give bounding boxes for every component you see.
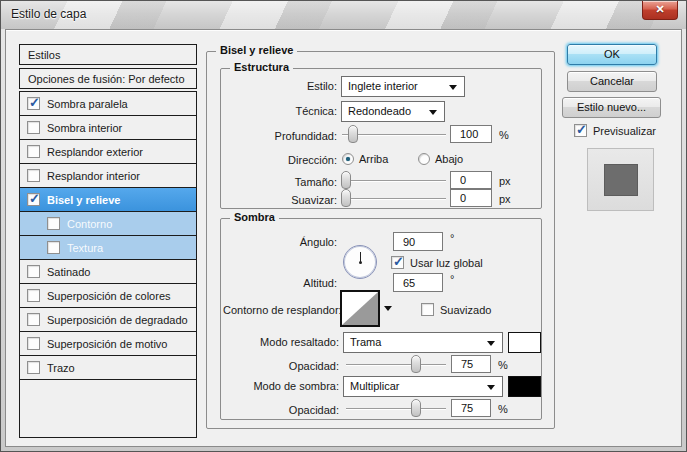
chevron-down-icon xyxy=(487,385,495,390)
direction-up-radio[interactable]: Arriba xyxy=(342,153,388,165)
blending-options-label: Opciones de fusión: Por defecto xyxy=(28,73,185,85)
styles-header[interactable]: Estilos xyxy=(19,44,197,65)
soften-slider[interactable] xyxy=(342,189,446,207)
style-list-item[interactable]: Bisel y relieve xyxy=(20,188,196,212)
style-list-item[interactable]: Resplandor interior xyxy=(20,164,196,188)
preview-checkbox[interactable]: Previsualizar xyxy=(574,124,656,137)
checkbox-icon[interactable] xyxy=(27,121,40,134)
close-button[interactable]: ✕ xyxy=(642,1,678,20)
shadow-mode-dropdown[interactable]: Multiplicar xyxy=(343,376,503,397)
structure-group: Estructura Estilo: Inglete interior Técn… xyxy=(220,68,542,209)
depth-slider[interactable] xyxy=(342,125,446,143)
style-item-label: Bisel y relieve xyxy=(47,194,120,206)
gloss-contour-swatch[interactable] xyxy=(340,290,380,327)
depth-input[interactable] xyxy=(450,125,492,143)
blending-options-row[interactable]: Opciones de fusión: Por defecto xyxy=(19,68,197,89)
highlight-mode-dropdown[interactable]: Trama xyxy=(343,332,503,353)
new-style-button[interactable]: Estilo nuevo... xyxy=(562,97,661,118)
anti-aliased-checkbox[interactable]: Suavizado xyxy=(421,303,491,316)
soften-label: Suavizar: xyxy=(223,194,337,206)
direction-down-radio[interactable]: Abajo xyxy=(418,153,463,165)
style-item-label: Contorno xyxy=(67,218,112,230)
layer-style-dialog: Estilo de capa ✕ Estilos Opciones de fus… xyxy=(0,0,687,452)
style-label: Estilo: xyxy=(223,80,337,92)
ok-button[interactable]: OK xyxy=(567,44,657,65)
style-list-item[interactable]: Textura xyxy=(20,236,196,260)
radio-icon xyxy=(342,153,354,165)
angle-input[interactable] xyxy=(393,232,443,251)
use-global-light-label: Usar luz global xyxy=(410,257,483,269)
style-list-item[interactable]: Contorno xyxy=(20,212,196,236)
checkbox-icon[interactable] xyxy=(27,145,40,158)
slider-thumb[interactable] xyxy=(348,125,358,143)
chevron-down-icon xyxy=(429,110,437,115)
radio-icon xyxy=(418,153,430,165)
checkbox-icon[interactable] xyxy=(27,193,40,206)
close-icon: ✕ xyxy=(655,3,664,15)
soften-input[interactable] xyxy=(450,189,492,207)
structure-group-title: Estructura xyxy=(230,61,293,73)
use-global-light-checkbox[interactable]: Usar luz global xyxy=(391,256,483,269)
shading-group-title: Sombra xyxy=(230,211,279,223)
technique-dropdown[interactable]: Redondeado xyxy=(341,101,445,122)
shadow-opacity-input[interactable] xyxy=(451,399,491,417)
shadow-opacity-label: Opacidad: xyxy=(225,404,339,416)
preview-label: Previsualizar xyxy=(593,125,656,137)
size-input[interactable] xyxy=(450,171,492,189)
highlight-opacity-slider[interactable] xyxy=(346,355,446,373)
checkbox-icon xyxy=(421,303,434,316)
slider-thumb[interactable] xyxy=(341,171,351,189)
slider-thumb[interactable] xyxy=(411,355,421,373)
shadow-opacity-slider[interactable] xyxy=(346,399,446,417)
slider-track xyxy=(346,408,446,409)
soften-unit: px xyxy=(499,193,511,205)
slider-thumb[interactable] xyxy=(411,399,421,417)
cancel-button[interactable]: Cancelar xyxy=(567,71,657,92)
bevel-emboss-group-title: Bisel y relieve xyxy=(216,44,297,56)
titlebar: Estilo de capa xyxy=(1,1,686,29)
angle-label: Ángulo: xyxy=(223,236,337,248)
checkbox-icon[interactable] xyxy=(27,289,40,302)
slider-track xyxy=(346,364,446,365)
style-list-item[interactable]: Superposición de degradado xyxy=(20,308,196,332)
style-item-label: Trazo xyxy=(47,362,75,374)
shadow-mode-value: Multiplicar xyxy=(350,380,400,392)
contour-chevron-down-icon[interactable] xyxy=(384,306,392,311)
shadow-color-swatch[interactable] xyxy=(508,376,541,397)
style-list-item[interactable]: Sombra paralela xyxy=(20,92,196,116)
style-item-label: Textura xyxy=(67,242,103,254)
checkbox-icon[interactable] xyxy=(27,169,40,182)
altitude-unit: ° xyxy=(450,273,454,285)
bevel-emboss-group: Bisel y relieve Estructura Estilo: Ingle… xyxy=(206,51,555,429)
slider-thumb[interactable] xyxy=(341,189,351,207)
style-item-label: Sombra paralela xyxy=(47,98,128,110)
style-list-item[interactable]: Superposición de motivo xyxy=(20,332,196,356)
checkbox-icon[interactable] xyxy=(27,265,40,278)
style-list-item[interactable]: Satinado xyxy=(20,260,196,284)
checkbox-icon[interactable] xyxy=(27,313,40,326)
style-list-item[interactable]: Trazo xyxy=(20,356,196,380)
anti-aliased-label: Suavizado xyxy=(440,304,491,316)
styles-header-label: Estilos xyxy=(28,49,60,61)
size-slider[interactable] xyxy=(342,171,446,189)
highlight-mode-label: Modo resaltado: xyxy=(225,336,339,348)
style-dropdown[interactable]: Inglete interior xyxy=(341,76,465,97)
style-item-label: Superposición de degradado xyxy=(47,314,188,326)
style-list-item[interactable]: Resplandor exterior xyxy=(20,140,196,164)
slider-track xyxy=(342,198,446,199)
shadow-opacity-unit: % xyxy=(498,403,508,415)
angle-dial[interactable] xyxy=(343,245,377,279)
checkbox-icon[interactable] xyxy=(27,97,40,110)
style-list-item[interactable]: Superposición de colores xyxy=(20,284,196,308)
checkbox-icon[interactable] xyxy=(27,337,40,350)
highlight-color-swatch[interactable] xyxy=(508,332,541,353)
checkbox-icon[interactable] xyxy=(47,217,60,230)
highlight-opacity-input[interactable] xyxy=(451,355,491,373)
style-list-item[interactable]: Sombra interior xyxy=(20,116,196,140)
depth-unit: % xyxy=(499,129,509,141)
style-item-label: Sombra interior xyxy=(47,122,122,134)
checkbox-icon[interactable] xyxy=(47,241,60,254)
checkbox-icon[interactable] xyxy=(27,361,40,374)
altitude-input[interactable] xyxy=(393,273,443,292)
highlight-opacity-unit: % xyxy=(498,359,508,371)
